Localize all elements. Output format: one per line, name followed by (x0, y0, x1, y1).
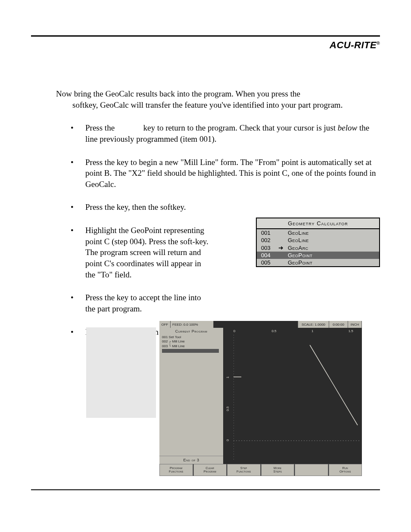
geocalc-row[interactable]: 002GeoLine (257, 236, 379, 244)
svg-line-3 (310, 345, 358, 425)
intro-line-1: Now bring the GeoCalc results back into … (56, 89, 300, 98)
cnc-end-of: End of 3 (159, 456, 223, 464)
placeholder-image (86, 327, 156, 418)
geocalc-row[interactable]: 001GeoLine (257, 229, 379, 236)
cnc-screen: OFF FEED: 0.0 100% SCALE: 1.0000 0:00:00… (159, 321, 362, 476)
cnc-program-list: 001 Set Tool002 ┌ Mill Line003 └ Mill Li… (159, 334, 223, 456)
geocalc-num: 001 (261, 230, 274, 236)
y-tick: 0 (226, 439, 230, 441)
geocalc-num: 004 (261, 252, 274, 258)
geometry-calculator-popup: Geometry Calculator 001GeoLine002GeoLine… (256, 218, 380, 267)
softkey-button[interactable]: ProgramFunctions (159, 464, 193, 476)
cnc-plot-area: 00.511.5 10.50 (223, 328, 362, 464)
brand-mark: ® (377, 41, 380, 46)
softkey-button[interactable]: StepFunctions (227, 464, 261, 476)
x-tick: 1.5 (349, 329, 353, 333)
step-2: Press the key to begin a new "Mill Line"… (56, 157, 380, 190)
geocalc-label: GeoPoint (288, 252, 312, 258)
cnc-program-title: Current Program (159, 328, 223, 334)
cnc-plot (234, 335, 359, 461)
x-tick: 1 (311, 329, 313, 333)
program-line: 002 ┌ Mill Line (162, 339, 221, 344)
y-tick: 0.5 (226, 406, 230, 411)
below-emphasis: below (338, 123, 357, 132)
x-tick: 0 (234, 329, 235, 333)
cnc-y-ticks: 10.50 (226, 336, 232, 462)
softkey-button[interactable]: RunOptions (329, 464, 362, 476)
geocalc-label: GeoLine (288, 237, 309, 243)
geocalc-label: GeoPoint (288, 259, 312, 266)
cnc-x-ticks: 00.511.5 (232, 329, 360, 334)
geocalc-title: Geometry Calculator (257, 218, 379, 229)
cnc-spacer (214, 321, 298, 328)
softkey-button[interactable]: ClearProgram (193, 464, 227, 476)
step-5: Press the key to accept the line into th… (56, 292, 211, 314)
cnc-body: Current Program 001 Set Tool002 ┌ Mill L… (159, 328, 362, 464)
geocalc-label: GeoArc (288, 245, 308, 251)
cnc-time: 0:00:00 (329, 321, 348, 328)
top-rule (31, 35, 380, 37)
softkey-button[interactable]: MoreSteps (261, 464, 295, 476)
cnc-unit: INCH (348, 321, 362, 328)
cnc-feed: FEED: 0.0 100% (171, 321, 214, 328)
step-4: Highlight the GeoPoint representing poin… (56, 225, 211, 280)
arrow-icon: ➜ (278, 244, 283, 251)
program-line: 003 └ Mill Line (162, 344, 221, 348)
geocalc-label: GeoLine (288, 230, 309, 236)
step-1: Press the key to return to the program. … (56, 122, 380, 144)
geocalc-num: 005 (261, 259, 274, 266)
intro-paragraph: Now bring the GeoCalc results back into … (56, 88, 380, 110)
program-line: 001 Set Tool (162, 335, 221, 339)
geocalc-num: 003 (261, 245, 274, 251)
cnc-softkeys: ProgramFunctionsClearProgramStepFunction… (159, 464, 362, 476)
lower-figure-area: OFF FEED: 0.0 100% SCALE: 1.0000 0:00:00… (86, 321, 362, 476)
cnc-topbar: OFF FEED: 0.0 100% SCALE: 1.0000 0:00:00… (159, 321, 362, 328)
page-content: Now bring the GeoCalc results back into … (56, 88, 380, 349)
cnc-off: OFF (159, 321, 171, 328)
x-tick: 0.5 (271, 329, 276, 333)
geocalc-row[interactable]: 003➜GeoArc (257, 244, 379, 252)
program-cursor (162, 349, 219, 353)
bottom-rule (31, 489, 380, 490)
cnc-program-panel: Current Program 001 Set Tool002 ┌ Mill L… (159, 328, 223, 464)
brand-logo: ACU-RITE® (330, 40, 380, 51)
y-tick: 1 (226, 376, 230, 378)
step-3: Press the key, then the softkey. (56, 202, 380, 213)
geocalc-row[interactable]: 004GeoPoint (257, 252, 379, 259)
intro-line-2: softkey, GeoCalc will transfer the featu… (72, 100, 380, 111)
softkey-button (295, 464, 328, 476)
geocalc-num: 002 (261, 237, 274, 243)
cnc-scale: SCALE: 1.0000 (298, 321, 329, 328)
geocalc-row[interactable]: 005GeoPoint (257, 259, 379, 266)
brand-text: ACU-RITE (330, 40, 377, 50)
